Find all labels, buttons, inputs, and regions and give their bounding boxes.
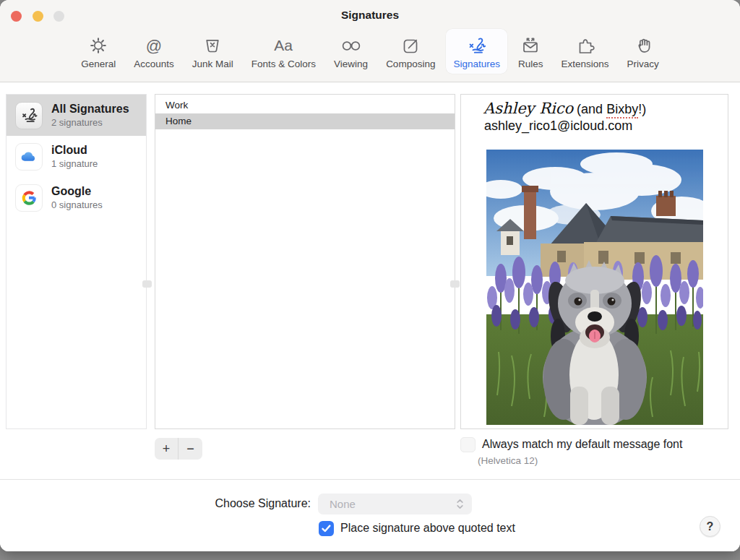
svg-text:Aa: Aa [275,37,293,53]
sidebar-item-google[interactable]: Google 0 signatures [7,177,146,218]
tab-label: Signatures [453,59,500,69]
help-button[interactable]: ? [700,516,720,537]
hand-icon [633,34,653,57]
svg-text:@: @ [146,37,162,55]
signature-row-home[interactable]: Home [155,113,455,129]
name-plain-suffix: !) [638,102,646,117]
dog-in-lavender-photo [486,150,703,425]
gear-icon [88,34,108,57]
tab-label: Viewing [334,59,368,69]
sidebar-item-icloud[interactable]: iCloud 1 signature [7,136,146,177]
tab-accounts[interactable]: @ Accounts [126,29,181,74]
mail-settings-window: Signatures General @ [0,0,740,551]
account-detail: 0 signatures [51,199,103,211]
signature-preview-pane[interactable]: Ashley Rico (and Bixby!) ashley_rico1@ic… [460,94,728,429]
pane-resize-handle[interactable] [450,280,460,288]
signature-tile-icon [15,102,43,129]
tab-rules[interactable]: Rules [511,29,551,74]
pane-resize-handle[interactable] [142,280,152,288]
chevron-up-down-icon [456,498,464,510]
place-signature-label: Place signature above quoted text [340,522,515,535]
compose-icon [400,34,421,57]
signature-row-work[interactable]: Work [155,98,455,113]
tab-label: Junk Mail [192,59,233,69]
tab-fonts-colors[interactable]: Aa Fonts & Colors [244,29,323,74]
script-name: Ashley Rico [483,100,573,117]
footer-bar: Choose Signature: None Place signature a… [0,479,740,551]
tab-label: Rules [518,59,543,69]
tab-signatures[interactable]: Signatures [446,29,507,74]
accounts-sidebar: All Signatures 2 signatures iCloud 1 sig… [6,94,147,429]
add-signature-button[interactable]: + [155,438,178,460]
choose-signature-label: Choose Signature: [0,497,311,510]
content-area: All Signatures 2 signatures iCloud 1 sig… [0,83,740,479]
choose-signature-dropdown[interactable]: None [318,494,472,514]
at-sign-icon: @ [144,34,164,57]
glasses-icon [340,34,362,57]
match-font-current-font: (Helvetica 12) [478,455,538,466]
tab-label: Accounts [134,59,174,69]
place-signature-checkbox[interactable] [319,521,334,536]
settings-tab-bar: General @ Accounts Junk Mail [0,29,740,74]
tab-privacy[interactable]: Privacy [620,29,666,74]
tab-extensions[interactable]: Extensions [554,29,616,74]
signature-list: Work Home [155,94,455,429]
google-icon [15,184,43,212]
rules-envelope-icon [520,34,541,57]
tab-label: Composing [386,59,435,69]
remove-signature-button[interactable]: − [178,438,202,460]
tab-viewing[interactable]: Viewing [327,29,375,74]
signature-email: ashley_rico1@icloud.com [484,119,632,134]
junk-bin-icon [202,34,223,57]
name-plain-prefix: (and [573,102,606,117]
signature-icon [466,34,488,57]
puzzle-icon [575,34,595,57]
signature-name-line: Ashley Rico (and Bixby!) [483,100,646,119]
account-detail: 1 signature [51,158,98,170]
dropdown-value: None [318,498,456,510]
account-name: All Signatures [51,102,129,116]
icloud-icon [15,143,43,171]
tab-general[interactable]: General [74,29,123,74]
misspelled-word: Bixby [606,102,638,119]
tab-label: Fonts & Colors [251,59,316,69]
match-font-checkbox[interactable] [460,437,476,452]
window-title: Signatures [0,9,740,22]
match-font-label: Always match my default message font [482,438,682,451]
tab-composing[interactable]: Composing [379,29,442,74]
tab-label: Privacy [627,59,659,69]
fonts-aa-icon: Aa [271,34,296,57]
account-name: iCloud [51,143,98,158]
tab-junk-mail[interactable]: Junk Mail [185,29,241,74]
tab-label: Extensions [561,59,608,69]
account-name: Google [51,184,103,199]
checkmark-icon [322,525,331,533]
tab-label: General [81,59,116,69]
account-detail: 2 signatures [51,116,129,129]
signature-list-controls: + − [155,438,202,460]
toolbar: Signatures General @ [0,0,740,82]
sidebar-item-all-signatures[interactable]: All Signatures 2 signatures [7,95,146,136]
